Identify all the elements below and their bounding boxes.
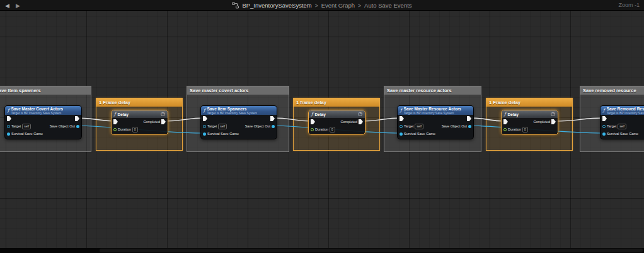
node-delay-3[interactable]: ƒ Delay ◷ Completed Duration 0 (501, 110, 558, 135)
target-pin[interactable] (7, 125, 10, 128)
completed-exec-out-pin[interactable] (359, 119, 363, 124)
function-icon: ƒ (311, 112, 313, 117)
savegame-pin-label: Survival Save Game (207, 132, 239, 136)
completed-exec-out-pin[interactable] (161, 119, 166, 124)
node-save-item-spawners[interactable]: ƒ Save Item Spawners Target is BP Invent… (200, 105, 277, 139)
clock-icon: ◷ (161, 112, 165, 117)
exec-in-pin[interactable] (113, 119, 118, 124)
node-header[interactable]: ƒ Delay ◷ (112, 110, 168, 118)
breadcrumb-event-graph[interactable]: Event Graph (321, 2, 355, 9)
save-object-out-pin[interactable] (468, 125, 471, 128)
duration-pin-label: Duration (315, 127, 328, 131)
save-object-out-pin[interactable] (76, 125, 79, 128)
pin-row: Survival Save Game (201, 130, 277, 138)
node-subtitle: Target is BP Inventory Save System (404, 111, 462, 115)
node-subtitle: Target is BP Inventory Save System (11, 111, 64, 115)
duration-pin-label: Duration (118, 127, 131, 131)
exec-in-pin[interactable] (203, 116, 207, 121)
node-title: Save Master Covert Actors (11, 107, 64, 111)
clock-icon: ◷ (551, 112, 555, 117)
duration-value-input[interactable]: 0 (330, 127, 335, 132)
target-pin[interactable] (400, 125, 403, 128)
unreal-blueprint-editor: ◀ ▶ BP_InventorySaveSystem > Event Graph… (0, 0, 644, 253)
node-save-master-resource-actors[interactable]: ƒ Save Master Resource Actors Target is … (397, 105, 474, 139)
node-header[interactable]: ƒ Save Item Spawners Target is BP Invent… (201, 106, 277, 115)
duration-pin[interactable] (503, 128, 507, 131)
savegame-in-pin[interactable] (7, 132, 10, 136)
completed-exec-out-pin[interactable] (551, 119, 556, 124)
self-reference-box[interactable]: self (218, 124, 227, 129)
exec-in-pin[interactable] (400, 116, 404, 121)
function-icon: ƒ (603, 109, 605, 113)
completed-pin-label: Completed (143, 120, 160, 124)
node-title: Save Master Resource Actors (404, 107, 462, 111)
node-header[interactable]: ƒ Save Removed Resource Target is BP Inv… (601, 106, 644, 115)
pin-row: Target self Save Object Out (5, 122, 81, 130)
target-pin-label: Target (607, 124, 616, 128)
target-pin[interactable] (602, 125, 606, 128)
target-pin-label: Target (207, 124, 217, 128)
node-delay-2[interactable]: ƒ Delay ◷ Completed Duration 0 (308, 110, 365, 135)
comment-title[interactable]: Save removed resource (580, 86, 644, 95)
function-icon: ƒ (400, 109, 402, 113)
function-icon: ƒ (114, 112, 116, 117)
self-reference-box[interactable]: self (415, 124, 423, 129)
comment-title[interactable]: Save item spawners (0, 86, 91, 95)
save-object-out-label: Save Object Out (245, 124, 270, 128)
function-icon: ƒ (504, 112, 506, 117)
node-header[interactable]: ƒ Delay ◷ (309, 110, 365, 118)
completed-pin-label: Completed (533, 120, 550, 124)
comment-title[interactable]: 1 frame delay (294, 98, 379, 107)
exec-out-pin[interactable] (270, 116, 275, 121)
duration-pin[interactable] (311, 128, 314, 131)
node-delay-1[interactable]: ƒ Delay ◷ Completed Duration 0 (111, 110, 168, 135)
pin-row: Target self Save Object Out (398, 122, 473, 130)
scrollbar-thumb[interactable] (100, 249, 643, 252)
node-header[interactable]: ƒ Save Master Covert Actors Target is BP… (5, 106, 81, 115)
exec-out-pin[interactable] (467, 116, 471, 121)
comment-title[interactable]: 1 Frame delay (96, 98, 182, 107)
node-title: Save Item Spawners (207, 107, 258, 111)
savegame-pin-label: Survival Save Game (607, 132, 638, 136)
comment-title[interactable]: Save master covert actors (187, 86, 289, 95)
duration-value-input[interactable]: 0 (522, 127, 528, 132)
exec-pin-row: Completed (112, 118, 168, 126)
breadcrumb-asset[interactable]: BP_InventorySaveSystem (242, 2, 311, 9)
duration-pin-label: Duration (508, 127, 521, 131)
target-pin[interactable] (203, 125, 206, 128)
event-graph-canvas[interactable]: Save item spawners 1 Frame delay Save ma… (0, 11, 644, 248)
node-save-master-covert-actors[interactable]: ƒ Save Master Covert Actors Target is BP… (4, 105, 82, 139)
exec-in-pin[interactable] (503, 119, 508, 124)
exec-in-pin[interactable] (7, 116, 11, 121)
target-pin-label: Target (11, 124, 21, 128)
exec-out-pin[interactable] (75, 116, 79, 121)
comment-title[interactable]: Save master resource actors (384, 86, 481, 95)
duration-pin[interactable] (113, 128, 117, 131)
exec-pin-row: Completed (309, 118, 365, 126)
horizontal-scrollbar[interactable] (0, 248, 644, 253)
comment-title[interactable]: 1 Frame delay (486, 98, 572, 107)
node-save-removed-resource[interactable]: ƒ Save Removed Resource Target is BP Inv… (600, 105, 644, 139)
exec-in-pin[interactable] (602, 116, 607, 121)
completed-pin-label: Completed (340, 120, 357, 124)
node-title: Save Removed Resource (607, 107, 644, 111)
node-header[interactable]: ƒ Save Master Resource Actors Target is … (398, 106, 473, 115)
pin-row: Survival Save Game (398, 130, 473, 138)
pin-row: Survival Save Game (5, 130, 81, 138)
pin-row: Duration 0 (112, 126, 168, 133)
savegame-in-pin[interactable] (203, 132, 206, 136)
exec-in-pin[interactable] (311, 119, 315, 124)
savegame-in-pin[interactable] (400, 132, 403, 136)
save-object-out-label: Save Object Out (50, 124, 75, 128)
breadcrumb-separator-icon: > (358, 3, 361, 9)
node-subtitle: Target is BP Inventory Save System (607, 111, 644, 115)
breadcrumb-section[interactable]: Auto Save Events (364, 2, 412, 9)
save-object-out-label: Save Object Out (442, 124, 467, 128)
node-header[interactable]: ƒ Delay ◷ (502, 110, 558, 118)
self-reference-box[interactable]: self (22, 124, 31, 129)
save-object-out-pin[interactable] (272, 125, 275, 128)
duration-value-input[interactable]: 0 (132, 127, 138, 132)
self-reference-box[interactable]: self (618, 124, 626, 129)
savegame-in-pin[interactable] (602, 132, 606, 136)
breadcrumb: BP_InventorySaveSystem > Event Graph > A… (0, 0, 644, 11)
